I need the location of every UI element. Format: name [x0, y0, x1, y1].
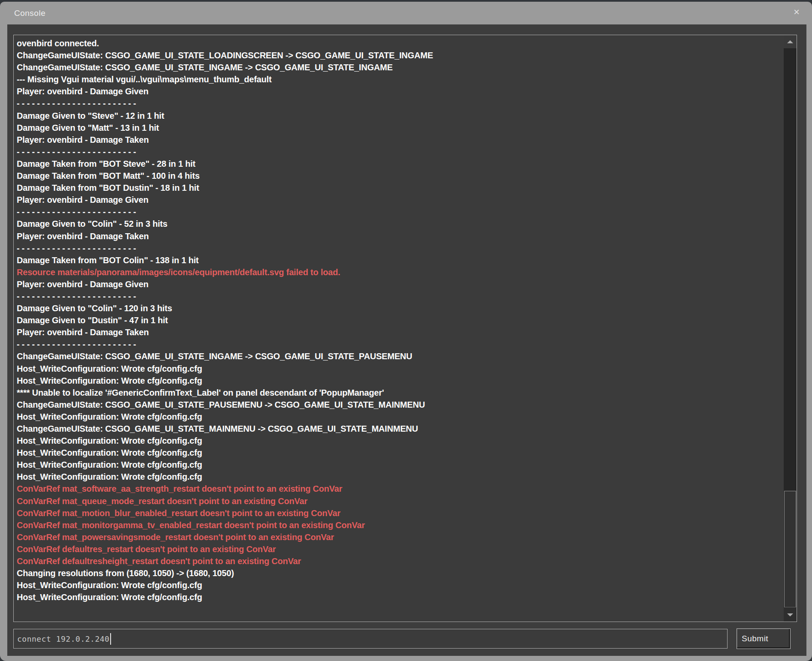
console-line: Damage Taken from "BOT Colin" - 138 in 1…	[17, 254, 780, 266]
console-line: Host_WriteConfiguration: Wrote cfg/confi…	[17, 435, 780, 447]
window-title: Console	[14, 9, 45, 18]
scrollbar-thumb[interactable]	[784, 491, 796, 607]
console-line: ChangeGameUIState: CSGO_GAME_UI_STATE_MA…	[17, 423, 780, 435]
console-line: - - - - - - - - - - - - - - - - - - - - …	[17, 206, 780, 218]
console-line: ConVarRef mat_motion_blur_enabled_restar…	[17, 507, 780, 519]
scroll-up-button[interactable]	[784, 35, 797, 49]
submit-button[interactable]: Submit	[737, 628, 791, 649]
console-line: Damage Given to "Matt" - 13 in 1 hit	[17, 122, 780, 134]
console-panel: ovenbird connected.ChangeGameUIState: CS…	[7, 24, 806, 656]
console-line: Damage Given to "Colin" - 120 in 3 hits	[17, 302, 780, 314]
console-line: - - - - - - - - - - - - - - - - - - - - …	[17, 338, 780, 350]
console-line: Host_WriteConfiguration: Wrote cfg/confi…	[17, 471, 780, 483]
scrollbar-track[interactable]	[784, 35, 797, 622]
console-line: ChangeGameUIState: CSGO_GAME_UI_STATE_PA…	[17, 399, 780, 411]
console-line: Player: ovenbird - Damage Given	[17, 85, 780, 97]
console-line: ChangeGameUIState: CSGO_GAME_UI_STATE_IN…	[17, 61, 780, 73]
command-input-value: connect 192.0.2.240	[17, 634, 109, 643]
console-line: Host_WriteConfiguration: Wrote cfg/confi…	[17, 579, 780, 591]
console-window: Console × ovenbird connected.ChangeGameU…	[0, 2, 812, 661]
console-line: --- Missing Vgui material vgui/..\vgui\m…	[17, 73, 780, 85]
scroll-down-icon	[787, 613, 793, 616]
console-line: - - - - - - - - - - - - - - - - - - - - …	[17, 290, 780, 302]
close-button[interactable]: ×	[791, 6, 803, 18]
console-line: **** Unable to localize '#GenericConfirm…	[17, 387, 780, 399]
console-line: Damage Taken from "BOT Dustin" - 18 in 1…	[17, 182, 780, 194]
console-line: Changing resolutions from (1680, 1050) -…	[17, 567, 780, 579]
console-line: - - - - - - - - - - - - - - - - - - - - …	[17, 97, 780, 109]
window-titlebar[interactable]: Console	[0, 2, 812, 24]
console-line: ConVarRef defaultresheight_restart doesn…	[17, 555, 780, 567]
submit-button-label: Submit	[742, 634, 768, 643]
console-line: ChangeGameUIState: CSGO_GAME_UI_STATE_LO…	[17, 49, 780, 61]
close-icon: ×	[794, 7, 800, 17]
console-line: ConVarRef mat_software_aa_strength_resta…	[17, 483, 780, 495]
console-line: Damage Given to "Colin" - 52 in 3 hits	[17, 218, 780, 230]
console-line: Host_WriteConfiguration: Wrote cfg/confi…	[17, 459, 780, 471]
console-line: Host_WriteConfiguration: Wrote cfg/confi…	[17, 591, 780, 603]
console-line: ConVarRef mat_powersavingsmode_restart d…	[17, 531, 780, 543]
console-output: ovenbird connected.ChangeGameUIState: CS…	[13, 35, 797, 622]
console-line: Resource materials/panorama/images/icons…	[17, 266, 780, 278]
console-line: Host_WriteConfiguration: Wrote cfg/confi…	[17, 447, 780, 459]
console-line: - - - - - - - - - - - - - - - - - - - - …	[17, 146, 780, 158]
console-line: Damage Taken from "BOT Steve" - 28 in 1 …	[17, 158, 780, 170]
console-line: ovenbird connected.	[17, 37, 780, 49]
text-cursor	[110, 633, 111, 645]
console-line: - - - - - - - - - - - - - - - - - - - - …	[17, 242, 780, 254]
console-line: Host_WriteConfiguration: Wrote cfg/confi…	[17, 411, 780, 423]
console-line: Host_WriteConfiguration: Wrote cfg/confi…	[17, 375, 780, 387]
command-input[interactable]: connect 192.0.2.240	[13, 629, 728, 649]
scroll-down-button[interactable]	[784, 608, 797, 622]
console-line: Damage Given to "Dustin" - 47 in 1 hit	[17, 314, 780, 326]
console-line: Player: ovenbird - Damage Given	[17, 194, 780, 206]
console-line: Player: ovenbird - Damage Taken	[17, 230, 780, 242]
console-line: Player: ovenbird - Damage Given	[17, 278, 780, 290]
console-line: ConVarRef mat_monitorgamma_tv_enabled_re…	[17, 519, 780, 531]
console-line: Damage Given to "Steve" - 12 in 1 hit	[17, 110, 780, 122]
console-output-lines: ovenbird connected.ChangeGameUIState: CS…	[14, 35, 783, 622]
console-line: ConVarRef defaultres_restart doesn't poi…	[17, 543, 780, 555]
console-line: Player: ovenbird - Damage Taken	[17, 326, 780, 338]
scroll-up-icon	[787, 40, 793, 43]
console-line: Damage Taken from "BOT Matt" - 100 in 4 …	[17, 170, 780, 182]
console-line: Host_WriteConfiguration: Wrote cfg/confi…	[17, 363, 780, 375]
console-line: Player: ovenbird - Damage Taken	[17, 134, 780, 146]
console-line: ConVarRef mat_queue_mode_restart doesn't…	[17, 495, 780, 507]
console-line: ChangeGameUIState: CSGO_GAME_UI_STATE_IN…	[17, 350, 780, 362]
